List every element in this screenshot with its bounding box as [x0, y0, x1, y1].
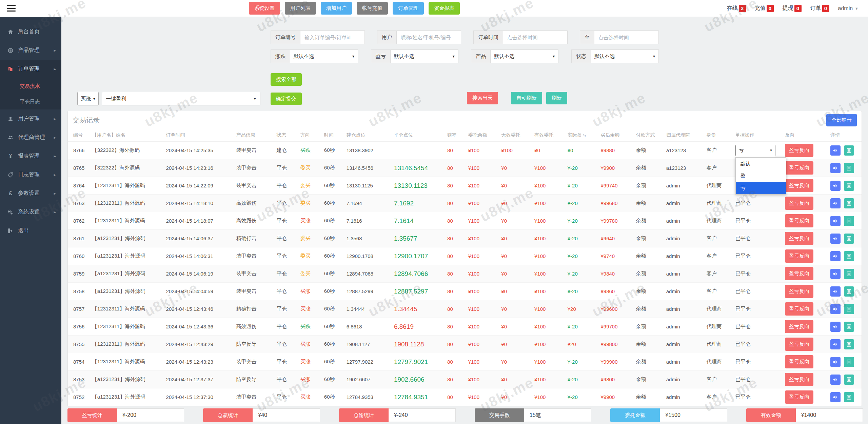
sidebar-item-reports[interactable]: ¥ 报表管理 ▸ — [0, 147, 61, 165]
detail-list-icon-button[interactable] — [844, 304, 854, 314]
order-manage-button[interactable]: 订单管理 — [393, 2, 424, 15]
pnl-reverse-button[interactable]: 盈亏反向 — [785, 249, 813, 263]
pnl-reverse-button[interactable]: 盈亏反向 — [785, 214, 813, 227]
sound-icon-button[interactable] — [830, 339, 841, 349]
pnl-select[interactable]: 默认不选▾ — [391, 49, 458, 63]
detail-list-icon-button[interactable] — [844, 145, 854, 156]
cell-entrust-balance: ¥100 — [466, 371, 499, 388]
online-counter[interactable]: 在线3 — [727, 5, 746, 12]
pnl-reverse-button[interactable]: 盈亏反向 — [785, 355, 813, 368]
user-menu[interactable]: admin▼ — [838, 5, 859, 12]
sidebar-item-agents[interactable]: 代理商管理 ▸ — [0, 128, 61, 147]
sidebar-item-products[interactable]: 产品管理 ▸ — [0, 41, 61, 60]
dropdown-option[interactable]: 默认 — [736, 158, 786, 170]
topbar: 系统设置 用户列表 增加用户 帐号充值 订单管理 资金报表 在线3 充值0 提现… — [0, 0, 868, 17]
cell-duration: 60秒 — [322, 265, 344, 283]
sound-icon-button[interactable] — [830, 181, 841, 191]
refresh-button[interactable]: 刷新 — [546, 92, 567, 104]
sidebar-item-home[interactable]: 后台首页 — [0, 22, 61, 41]
sidebar-item-logout[interactable]: 退出 — [0, 221, 61, 240]
cell-user: 【322322】海外源码 — [90, 142, 164, 159]
detail-list-icon-button[interactable] — [844, 322, 854, 332]
mute-all-button[interactable]: 全部静音 — [826, 114, 857, 126]
detail-list-icon-button[interactable] — [844, 216, 854, 226]
sound-icon-button[interactable] — [830, 322, 841, 332]
search-all-button[interactable]: 搜索全部 — [271, 73, 302, 86]
one-key-action-select[interactable]: 一键盈利▾ — [102, 92, 260, 105]
status-select[interactable]: 默认不选▾ — [591, 49, 659, 63]
user-list-button[interactable]: 用户列表 — [285, 2, 316, 15]
search-today-button[interactable]: 搜索当天 — [467, 92, 498, 104]
dropdown-option[interactable]: 亏 — [736, 182, 786, 194]
sound-icon-button[interactable] — [830, 198, 841, 208]
detail-list-icon-button[interactable] — [844, 181, 854, 191]
product-select[interactable]: 默认不选▾ — [491, 49, 558, 63]
detail-list-icon-button[interactable] — [844, 234, 854, 244]
pnl-reverse-button[interactable]: 盈亏反向 — [785, 390, 813, 404]
sidebar-item-trade-flow[interactable]: 交易流水 — [0, 78, 61, 94]
sound-icon-button[interactable] — [830, 234, 841, 244]
fund-report-button[interactable]: 资金报表 — [429, 2, 460, 15]
submit-button[interactable]: 确定提交 — [271, 93, 302, 105]
detail-list-icon-button[interactable] — [844, 163, 854, 173]
pnl-reverse-button[interactable]: 盈亏反向 — [785, 285, 813, 298]
sidebar-item-params[interactable]: £ 参数设置 ▸ — [0, 184, 61, 203]
detail-list-icon-button[interactable] — [844, 286, 854, 297]
single-control-select[interactable]: 亏▾ — [735, 145, 775, 156]
pnl-reverse-button[interactable]: 盈亏反向 — [785, 373, 813, 386]
sound-icon-button[interactable] — [830, 357, 841, 367]
system-settings-button[interactable]: 系统设置 — [249, 2, 280, 15]
pnl-reverse-button[interactable]: 盈亏反向 — [785, 197, 813, 210]
user-filter-input[interactable] — [397, 31, 461, 44]
pnl-reverse-button[interactable]: 盈亏反向 — [785, 338, 813, 351]
detail-list-icon-button[interactable] — [844, 357, 854, 367]
sound-icon-button[interactable] — [830, 392, 841, 402]
pnl-reverse-button[interactable]: 盈亏反向 — [785, 179, 813, 192]
cell-pay-method: 余额 — [634, 142, 664, 159]
pnl-reverse-button[interactable]: 盈亏反向 — [785, 232, 813, 245]
sidebar-item-orders[interactable]: 订单管理 ▸ — [0, 60, 61, 78]
sidebar-item-users[interactable]: 用户管理 ▸ — [0, 109, 61, 128]
sound-icon-button[interactable] — [830, 304, 841, 314]
pnl-reverse-button[interactable]: 盈亏反向 — [785, 267, 813, 280]
detail-list-icon-button[interactable] — [844, 392, 854, 402]
order-no-input[interactable] — [300, 31, 365, 44]
withdraw-counter[interactable]: 提现0 — [783, 5, 802, 12]
recharge-counter[interactable]: 充值0 — [755, 5, 774, 12]
cell-product: 装甲突击 — [234, 142, 275, 159]
detail-list-icon-button[interactable] — [844, 339, 854, 349]
table-row: 8753 【a1231231】海外源码 2024-04-15 12:37:37 … — [68, 371, 862, 388]
direction-select[interactable]: 买涨▾ — [77, 92, 99, 105]
menu-icon[interactable] — [7, 5, 16, 12]
pnl-reverse-button[interactable]: 盈亏反向 — [785, 161, 813, 175]
sidebar-item-system[interactable]: 系统设置 ▸ — [0, 203, 61, 221]
time-to-input[interactable] — [594, 31, 659, 44]
sound-icon-button[interactable] — [830, 269, 841, 279]
detail-list-icon-button[interactable] — [844, 375, 854, 385]
pnl-reverse-button[interactable]: 盈亏反向 — [785, 302, 813, 316]
auto-refresh-button[interactable]: 自动刷新 — [511, 92, 542, 104]
updown-select[interactable]: 默认不选▾ — [290, 49, 358, 63]
dropdown-option[interactable]: 盈 — [736, 170, 786, 182]
chevron-right-icon: ▸ — [54, 209, 56, 215]
cell-single-control: 已平仓 — [733, 283, 783, 300]
pnl-reverse-button[interactable]: 盈亏反向 — [785, 320, 813, 333]
table-row: 8760 【a1231231】海外源码 2024-04-15 14:06:31 … — [68, 247, 862, 265]
pnl-reverse-button[interactable]: 盈亏反向 — [785, 144, 813, 157]
order-counter[interactable]: 订单0 — [810, 5, 829, 12]
sound-icon-button[interactable] — [830, 163, 841, 173]
detail-list-icon-button[interactable] — [844, 251, 854, 261]
detail-list-icon-button[interactable] — [844, 198, 854, 208]
sound-icon-button[interactable] — [830, 145, 841, 156]
sound-icon-button[interactable] — [830, 375, 841, 385]
add-user-button[interactable]: 增加用户 — [321, 2, 352, 15]
sound-icon-button[interactable] — [830, 216, 841, 226]
account-recharge-button[interactable]: 帐号充值 — [357, 2, 388, 15]
detail-list-icon-button[interactable] — [844, 269, 854, 279]
sound-icon-button[interactable] — [830, 251, 841, 261]
sidebar-item-close-log[interactable]: 平仓日志 — [0, 94, 61, 109]
sidebar-item-logs[interactable]: 日志管理 ▸ — [0, 165, 61, 184]
sound-icon-button[interactable] — [830, 286, 841, 297]
time-from-input[interactable] — [503, 31, 568, 44]
cell-invalid-entrust: ¥0 — [499, 177, 532, 195]
